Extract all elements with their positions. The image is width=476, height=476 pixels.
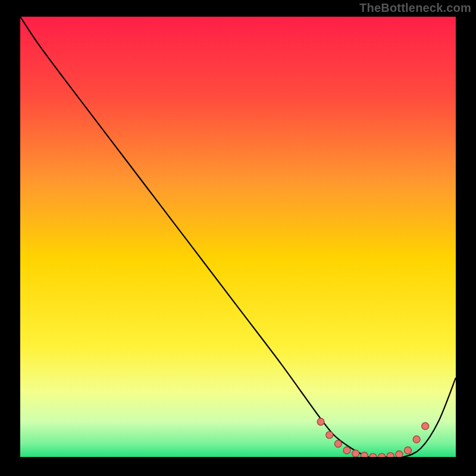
attribution-label: TheBottleneck.com	[359, 1, 471, 15]
marker-dot	[361, 452, 368, 457]
marker-dot	[343, 447, 350, 454]
marker-dot	[422, 422, 429, 430]
marker-dot	[352, 450, 359, 457]
marker-dot	[404, 447, 411, 454]
marker-dot	[396, 451, 403, 457]
marker-dot	[334, 440, 342, 447]
marker-dot	[387, 453, 394, 457]
gradient-background	[20, 17, 456, 457]
marker-dot	[326, 431, 333, 439]
chart-stage: TheBottleneck.com	[0, 0, 476, 476]
bottleneck-chart	[20, 17, 456, 457]
marker-dot	[413, 436, 420, 443]
marker-dot	[317, 418, 324, 425]
